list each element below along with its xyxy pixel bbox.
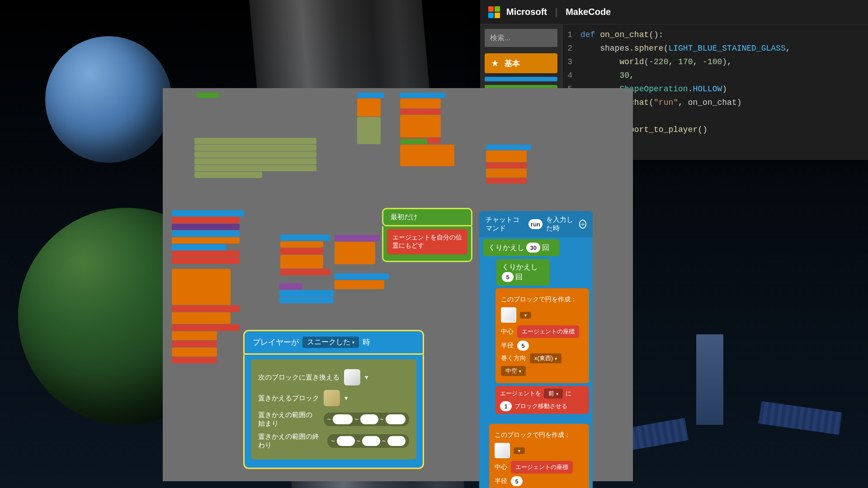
dropdown[interactable]: [520, 312, 531, 319]
category-label: 基本: [505, 58, 520, 69]
toolbox-category-basic[interactable]: 基本: [485, 53, 557, 73]
mini-block-cluster[interactable]: [486, 145, 531, 183]
brand-separator: |: [555, 7, 557, 17]
block-picker-icon[interactable]: [495, 443, 510, 458]
on-start-hat[interactable]: 最初だけ: [382, 208, 472, 226]
mini-block-cluster[interactable]: [279, 283, 334, 303]
chat-hat[interactable]: チャットコマンド run を入力した時 +: [479, 211, 593, 237]
blocks-replace-block[interactable]: 次のブロックに置き換える ▾ 置きかえるブロック ▾ 置きかえの範囲の始まり ~…: [251, 359, 416, 460]
mini-block-cluster[interactable]: [172, 210, 244, 264]
from-coords[interactable]: ~-10 ~0 ~-10: [324, 413, 409, 426]
on-start-block[interactable]: 最初だけ エージェントを自分の位置にもどす: [382, 208, 472, 262]
repeat-block-outer[interactable]: くりかえし 30 回: [483, 239, 560, 256]
agent-position-reporter[interactable]: エージェントの座標: [511, 461, 573, 474]
mini-block-cluster[interactable]: [335, 273, 389, 289]
mini-block-cluster[interactable]: [335, 235, 380, 264]
toolbox-strip[interactable]: [485, 77, 557, 81]
chat-command-value[interactable]: run: [528, 219, 542, 229]
planet-blue: [45, 36, 172, 163]
axis-dropdown[interactable]: x(東西): [530, 353, 561, 363]
on-player-sneak-block[interactable]: プレイヤーが スニークした 時 次のブロックに置き換える ▾ 置きかえるブロック…: [243, 330, 424, 469]
microsoft-logo-icon: [488, 6, 500, 18]
mini-block-cluster[interactable]: [172, 269, 231, 363]
plus-icon[interactable]: +: [579, 220, 586, 229]
repeat-block-inner[interactable]: くりかえし 5 回: [496, 259, 550, 286]
space-station: [606, 289, 841, 461]
mini-block-cluster[interactable]: [357, 93, 384, 144]
mini-block-cluster[interactable]: [400, 139, 459, 166]
mini-block-cluster[interactable]: [400, 93, 445, 143]
block-picker-icon[interactable]: [501, 307, 516, 323]
mini-block-cluster[interactable]: [280, 235, 330, 275]
hollow-dropdown[interactable]: 中空: [501, 366, 526, 376]
mini-block-cluster[interactable]: [197, 93, 219, 98]
repeat-count[interactable]: 5: [502, 272, 514, 282]
agent-position-reporter[interactable]: エージェントの座標: [517, 325, 579, 338]
shapes-circle-block[interactable]: このブロックで円を作成： 中心エージェントの座標 半径5 巻く方向x(東西) 中…: [495, 288, 589, 383]
dropdown[interactable]: [514, 447, 525, 454]
brand-makecode: MakeCode: [566, 7, 611, 17]
direction-dropdown[interactable]: 前: [544, 389, 563, 399]
sneak-hat[interactable]: プレイヤーが スニークした 時: [243, 330, 424, 355]
source-block-picker[interactable]: [324, 390, 340, 406]
brand-microsoft: Microsoft: [506, 7, 547, 17]
agent-teleport-block[interactable]: エージェントを自分の位置にもどす: [387, 229, 467, 254]
target-block-picker[interactable]: [344, 369, 360, 385]
to-coords[interactable]: ~10 ~-5 ~10: [327, 434, 409, 448]
radius-input[interactable]: 5: [517, 341, 529, 351]
on-chat-command-block[interactable]: チャットコマンド run を入力した時 + くりかえし 30 回 くりかえし 5…: [479, 211, 593, 488]
shapes-circle-block-2[interactable]: このブロックで円を作成： 中心エージェントの座標 半径5 巻く方向x(東西) 中…: [489, 424, 589, 488]
move-count[interactable]: 1: [500, 401, 512, 411]
star-icon: [491, 59, 499, 67]
agent-move-block[interactable]: エージェントを 前 に 1 ブロック移動させる: [495, 386, 589, 414]
radius-input[interactable]: 5: [511, 476, 523, 486]
repeat-count[interactable]: 30: [526, 243, 540, 253]
player-action-dropdown[interactable]: スニークした: [302, 337, 359, 348]
mini-block-cluster[interactable]: [194, 138, 316, 178]
makecode-header: Microsoft | MakeCode: [480, 0, 868, 24]
toolbox-search[interactable]: [485, 29, 557, 47]
